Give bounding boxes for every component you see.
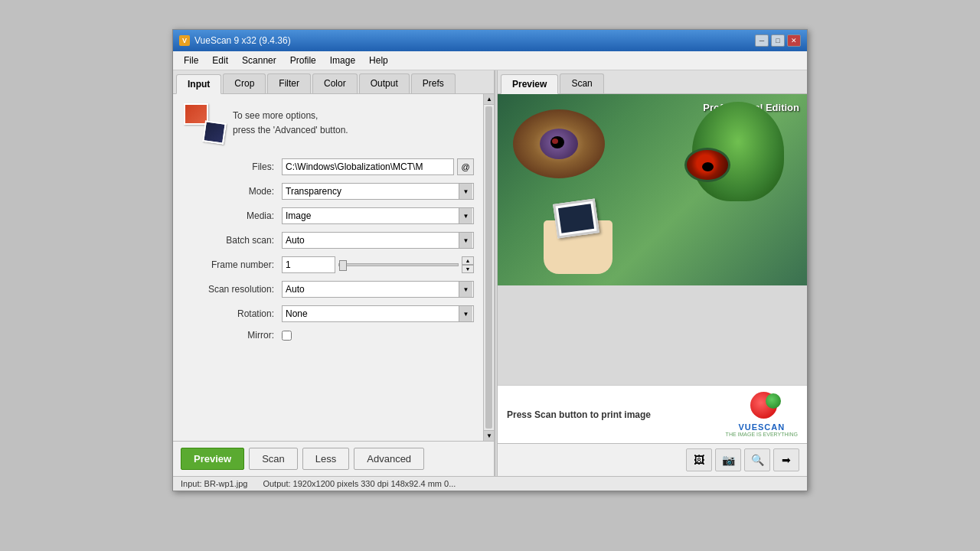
tab-input[interactable]: Input — [176, 74, 221, 94]
press-scan-label: Press Scan button to print image — [507, 409, 651, 420]
photo1-icon: 🖼 — [694, 454, 704, 466]
rotation-label: Rotation: — [182, 308, 282, 319]
form-area: To see more options, press the 'Advanced… — [173, 94, 483, 441]
right-tabs: Preview Scan — [498, 70, 807, 94]
frame-label: Frame number: — [182, 259, 282, 270]
photo2-icon: 📷 — [722, 454, 735, 466]
scan-button[interactable]: Scan — [249, 448, 298, 470]
vuescan-tagline: THE IMAGE IS EVERYTHING — [726, 432, 798, 437]
rotation-select[interactable]: None 90 CW 90 CCW 180 — [282, 305, 474, 322]
scan-res-label: Scan resolution: — [182, 284, 282, 295]
mode-label: Mode: — [182, 186, 282, 197]
status-input: Input: BR-wp1.jpg — [181, 479, 247, 488]
frame-spin-down[interactable]: ▼ — [462, 265, 474, 273]
media-label: Media: — [182, 210, 282, 221]
files-row: Files: @ — [182, 158, 474, 175]
menubar: File Edit Scanner Profile Image Help — [173, 51, 807, 70]
photo-thumbnail-2 — [202, 120, 227, 145]
batch-scan-row: Batch scan: Auto On Off ▼ — [182, 232, 474, 249]
left-tabs: Input Crop Filter Color Output Prefs — [173, 70, 494, 94]
minimize-button[interactable]: ─ — [755, 34, 769, 47]
preview-bottom: Press Scan button to print image VueScan… — [498, 385, 807, 443]
frame-input[interactable] — [282, 256, 335, 273]
media-select[interactable]: Image Slide Negative — [282, 207, 474, 224]
bottom-bar: Preview Scan Less Advanced — [173, 441, 494, 476]
tab-output[interactable]: Output — [359, 73, 410, 93]
close-button[interactable]: ✕ — [787, 34, 801, 47]
window-title: VueScan 9 x32 (9.4.36) — [194, 35, 291, 46]
zoom-in-button[interactable]: 🔍 — [744, 448, 770, 471]
eye-decoration — [513, 109, 605, 178]
scrollbar: ▲ ▼ — [483, 94, 494, 441]
preview-button[interactable]: Preview — [181, 448, 244, 470]
right-panel: Preview Scan Professional Edition — [498, 70, 807, 476]
mirror-checkbox[interactable] — [282, 331, 292, 341]
photo1-tool-button[interactable]: 🖼 — [686, 448, 712, 471]
info-text: To see more options, press the 'Advanced… — [233, 109, 348, 138]
menu-file[interactable]: File — [178, 53, 204, 68]
titlebar: V VueScan 9 x32 (9.4.36) ─ □ ✕ — [173, 30, 807, 51]
less-button[interactable]: Less — [302, 448, 349, 470]
scan-resolution-row: Scan resolution: Auto 100 dpi 200 dpi 30… — [182, 281, 474, 298]
frog-decoration — [692, 102, 792, 255]
frame-slider[interactable] — [338, 263, 459, 266]
files-label: Files: — [182, 161, 282, 172]
files-input[interactable] — [282, 158, 454, 175]
scan-resolution-select[interactable]: Auto 100 dpi 200 dpi 300 dpi 600 dpi — [282, 281, 474, 298]
left-panel: Input Crop Filter Color Output Prefs — [173, 70, 495, 476]
menu-help[interactable]: Help — [363, 53, 394, 68]
app-icon: V — [179, 35, 190, 46]
main-window: V VueScan 9 x32 (9.4.36) ─ □ ✕ File Edit… — [172, 29, 808, 491]
restore-button[interactable]: □ — [771, 34, 785, 47]
files-at-button[interactable]: @ — [457, 158, 474, 175]
vuescan-logo: VueScan THE IMAGE IS EVERYTHING — [726, 392, 798, 437]
frame-slider-thumb[interactable] — [339, 260, 347, 271]
menu-edit[interactable]: Edit — [206, 53, 234, 68]
tab-preview[interactable]: Preview — [501, 74, 558, 94]
main-content: Input Crop Filter Color Output Prefs — [173, 70, 807, 476]
menu-image[interactable]: Image — [324, 53, 361, 68]
scroll-down-button[interactable]: ▼ — [484, 430, 494, 441]
vuescan-logo-icon — [743, 392, 781, 422]
mirror-label: Mirror: — [182, 330, 282, 341]
mode-row: Mode: Transparency Reflective Color Nega… — [182, 183, 474, 200]
tab-scan[interactable]: Scan — [560, 73, 603, 93]
forward-button[interactable]: ➡ — [773, 448, 799, 471]
tab-crop[interactable]: Crop — [223, 73, 266, 93]
tab-color[interactable]: Color — [312, 73, 358, 93]
vuescan-brand-text: VueScan — [738, 422, 785, 432]
advanced-button[interactable]: Advanced — [354, 448, 424, 470]
frame-number-row: Frame number: ▲ — [182, 256, 474, 273]
mode-select[interactable]: Transparency Reflective Color Negative B… — [282, 183, 474, 200]
hand-slide-area — [544, 220, 612, 274]
tab-prefs[interactable]: Prefs — [411, 73, 456, 93]
scroll-up-button[interactable]: ▲ — [484, 94, 494, 105]
scroll-thumb[interactable] — [485, 106, 492, 429]
forward-icon: ➡ — [782, 454, 791, 466]
menu-profile[interactable]: Profile — [284, 53, 322, 68]
preview-image: Professional Edition — [498, 94, 807, 285]
media-row: Media: Image Slide Negative ▼ — [182, 207, 474, 224]
batch-label: Batch scan: — [182, 235, 282, 246]
tab-filter[interactable]: Filter — [267, 73, 311, 93]
batch-select[interactable]: Auto On Off — [282, 232, 474, 249]
info-icon — [182, 102, 225, 145]
photo2-tool-button[interactable]: 📷 — [715, 448, 741, 471]
logo-green-circle — [766, 393, 781, 409]
zoom-in-icon: 🔍 — [751, 454, 764, 466]
menu-scanner[interactable]: Scanner — [236, 53, 283, 68]
status-output: Output: 1920x1200 pixels 330 dpi 148x92.… — [263, 479, 456, 488]
right-toolbar: 🖼 📷 🔍 ➡ — [498, 443, 807, 476]
frog-eye — [684, 148, 730, 182]
status-bar: Input: BR-wp1.jpg Output: 1920x1200 pixe… — [173, 476, 807, 491]
rotation-row: Rotation: None 90 CW 90 CCW 180 ▼ — [182, 305, 474, 322]
frame-spin-up[interactable]: ▲ — [462, 256, 474, 265]
preview-area: Professional Edition — [498, 94, 807, 443]
mirror-row: Mirror: — [182, 330, 474, 341]
info-box: To see more options, press the 'Advanced… — [182, 102, 474, 145]
